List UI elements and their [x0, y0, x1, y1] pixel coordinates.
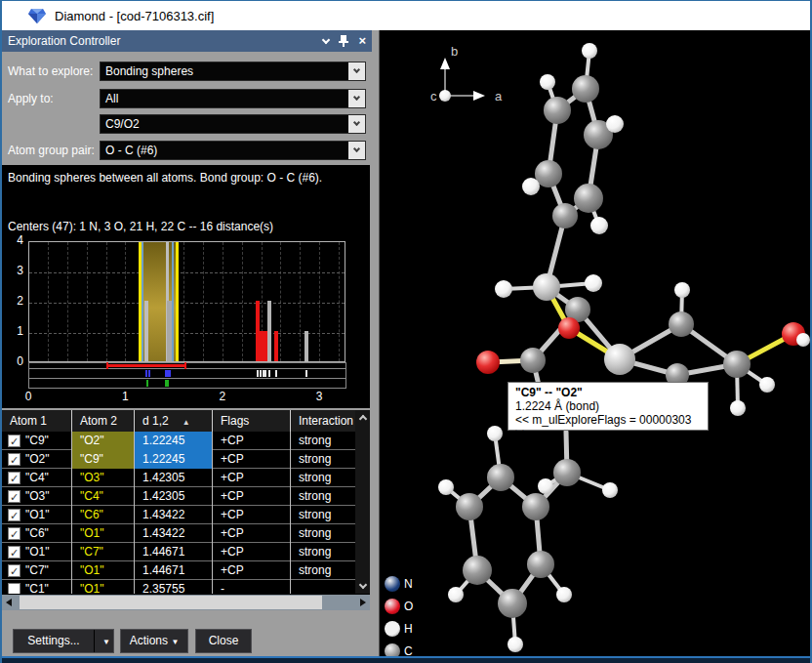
row-checkbox[interactable]: ✓: [8, 490, 20, 503]
table-row[interactable]: ✓"C6""O1"1.43422+CPstrong: [2, 524, 355, 543]
oxygen-atom[interactable]: [476, 351, 500, 374]
carbon-atom[interactable]: [574, 184, 603, 213]
histogram-plot-area[interactable]: [28, 241, 345, 362]
bond-range-cap[interactable]: [184, 362, 186, 369]
col-interaction[interactable]: Interaction: [291, 410, 355, 432]
hydrogen-atom[interactable]: [448, 587, 464, 602]
carbon-atom[interactable]: [552, 203, 578, 228]
row-checkbox[interactable]: ✓: [8, 509, 20, 521]
col-atom2[interactable]: Atom 2: [72, 410, 135, 432]
row-checkbox[interactable]: [8, 583, 20, 594]
col-d12[interactable]: d 1,2▲: [135, 410, 213, 432]
carbon-atom[interactable]: [520, 348, 546, 373]
scrollbar-thumb[interactable]: [20, 596, 322, 609]
oxygen-atom[interactable]: [558, 317, 580, 339]
hydrogen-atom[interactable]: [438, 479, 454, 495]
row-checkbox[interactable]: ✓: [8, 435, 20, 447]
element-sphere-icon: [385, 576, 400, 592]
molecule-canvas[interactable]: b a c: [380, 30, 812, 656]
bond-range-cap[interactable]: [106, 362, 108, 369]
vertical-scrollbar[interactable]: [355, 410, 370, 594]
bond-range-bar[interactable]: [107, 364, 185, 367]
hydrogen-atom[interactable]: [606, 115, 624, 133]
scroll-right-icon[interactable]: [360, 599, 366, 606]
carbon-atom[interactable]: [456, 493, 483, 520]
hydrogen-atom[interactable]: [522, 178, 540, 195]
scroll-up-icon[interactable]: [355, 410, 370, 425]
row-checkbox[interactable]: ✓: [8, 527, 20, 540]
hydrogen-atom[interactable]: [602, 482, 618, 498]
structure-viewport[interactable]: b a c "C9" -- "O2" 1.2224 Å (bond) << m_…: [379, 30, 812, 656]
atom-group-pair-select[interactable]: O - C (#6): [100, 141, 366, 160]
settings-button[interactable]: Settings... ▼: [13, 629, 114, 653]
element-sphere-icon: [385, 621, 400, 637]
table-row[interactable]: ✓"O3""C4"1.42305+CPstrong: [2, 487, 355, 506]
settings-dropdown-icon[interactable]: ▼: [102, 631, 110, 653]
close-button[interactable]: Close: [195, 629, 252, 653]
hydrogen-atom[interactable]: [585, 274, 602, 292]
chevron-down-icon[interactable]: [348, 90, 365, 107]
chevron-down-icon[interactable]: [348, 142, 365, 159]
hydrogen-atom[interactable]: [495, 280, 512, 298]
table-row[interactable]: "C1""O1"2.35755-: [2, 580, 355, 594]
hydrogen-atom[interactable]: [487, 426, 503, 441]
range-cursor-line[interactable]: [172, 242, 174, 361]
hydrogen-atom[interactable]: [674, 282, 690, 298]
distance-tick: [257, 370, 259, 377]
carbon-atom[interactable]: [669, 311, 694, 337]
row-checkbox[interactable]: ✓: [8, 564, 20, 577]
carbon-atom[interactable]: [527, 551, 554, 578]
carbon-atom[interactable]: [723, 351, 751, 378]
table-row[interactable]: ✓"C9""O2"1.22245+CPstrong: [2, 432, 355, 450]
carbon-atom-selected[interactable]: [604, 344, 635, 375]
hydrogen-atom[interactable]: [759, 377, 775, 393]
hydrogen-atom[interactable]: [540, 74, 555, 90]
col-atom1[interactable]: Atom 1: [2, 410, 72, 432]
carbon-atom-selected[interactable]: [533, 273, 560, 301]
carbon-atom[interactable]: [522, 493, 549, 520]
col-flags[interactable]: Flags: [213, 410, 291, 432]
horizontal-scrollbar[interactable]: [2, 595, 370, 610]
table-header[interactable]: Atom 1 Atom 2 d 1,2▲ Flags Interaction: [2, 410, 355, 432]
hydrogen-atom[interactable]: [796, 333, 810, 347]
hydrogen-atom[interactable]: [590, 217, 608, 234]
panel-header[interactable]: Exploration Controller ×: [2, 30, 372, 52]
table-row[interactable]: ✓"O1""C6"1.43422+CPstrong: [2, 506, 355, 524]
row-checkbox[interactable]: ✓: [8, 453, 20, 466]
carbon-atom[interactable]: [487, 464, 514, 491]
hydrogen-atom[interactable]: [538, 478, 553, 494]
chevron-down-icon[interactable]: [348, 115, 365, 133]
hydrogen-atom[interactable]: [556, 587, 572, 602]
distance-tick: [148, 370, 150, 377]
carbon-atom[interactable]: [553, 459, 581, 486]
distance-histogram[interactable]: 012340123: [2, 165, 370, 408]
distance-tick: [268, 370, 270, 377]
panel-splitter[interactable]: [372, 30, 379, 656]
carbon-atom[interactable]: [544, 97, 571, 124]
actions-button[interactable]: Actions ▼: [120, 629, 188, 653]
table-row[interactable]: ✓"C7""O1"1.44671+CPstrong: [2, 561, 355, 580]
hydrogen-atom[interactable]: [508, 637, 523, 652]
table-row[interactable]: ✓"O2""C9"1.22245+CPstrong: [2, 450, 355, 469]
distance-cell: 1.22245: [135, 432, 213, 450]
hydrogen-atom[interactable]: [730, 400, 746, 416]
hydrogen-atom[interactable]: [582, 43, 597, 59]
row-checkbox[interactable]: ✓: [8, 472, 20, 484]
carbon-atom[interactable]: [498, 589, 527, 618]
close-icon[interactable]: ×: [358, 35, 366, 47]
atom-pair-select[interactable]: C9/O2: [100, 114, 366, 134]
scroll-down-icon[interactable]: [355, 579, 370, 594]
range-cursor-line[interactable]: [142, 242, 143, 361]
table-row[interactable]: ✓"O1""C7"1.44671+CPstrong: [2, 543, 355, 561]
row-checkbox[interactable]: ✓: [8, 546, 20, 559]
apply-to-select[interactable]: All: [100, 89, 366, 108]
carbon-atom[interactable]: [463, 556, 492, 585]
carbon-atom[interactable]: [572, 75, 599, 103]
scroll-left-icon[interactable]: [6, 599, 12, 606]
atom1-cell: "C1": [2, 580, 72, 594]
chevron-down-icon[interactable]: [348, 62, 365, 80]
panel-menu-chevron-icon[interactable]: [322, 35, 330, 43]
pin-icon[interactable]: [339, 35, 348, 47]
table-row[interactable]: ✓"C4""O3"1.42305+CPstrong: [2, 469, 355, 487]
what-to-explore-select[interactable]: Bonding spheres: [100, 62, 366, 81]
